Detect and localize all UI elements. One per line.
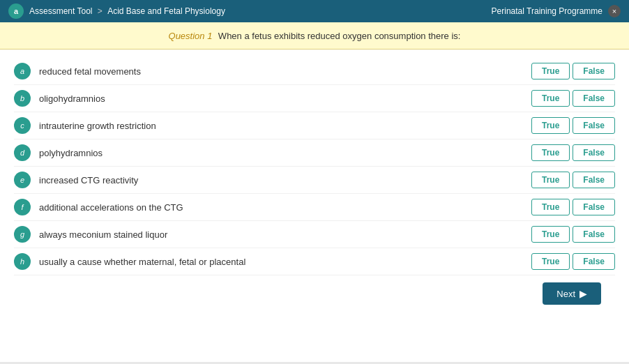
answer-left: h usually a cause whether maternal, feta… bbox=[14, 253, 245, 270]
true-button-0[interactable]: True bbox=[531, 63, 570, 79]
answer-btn-group-7: True False bbox=[531, 253, 615, 270]
answer-letter-c: c bbox=[14, 117, 31, 134]
false-button-5[interactable]: False bbox=[573, 199, 615, 215]
answer-letter-d: d bbox=[14, 144, 31, 161]
footer-row: Next ▶ bbox=[14, 275, 615, 305]
answer-left: g always meconium stained liquor bbox=[14, 226, 167, 243]
true-button-3[interactable]: True bbox=[531, 144, 570, 161]
answer-text-2: intrauterine growth restriction bbox=[39, 121, 156, 131]
question-label: Question 1 bbox=[169, 31, 213, 41]
app-title: Assessment Tool bbox=[29, 6, 93, 16]
breadcrumb-separator: > bbox=[98, 6, 105, 16]
section-title: Acid Base and Fetal Physiology bbox=[107, 6, 225, 16]
answer-row: h usually a cause whether maternal, feta… bbox=[14, 248, 615, 275]
answer-btn-group-2: True False bbox=[531, 117, 615, 134]
answer-btn-group-5: True False bbox=[531, 199, 615, 215]
question-text: When a fetus exhibits reduced oxygen con… bbox=[218, 31, 461, 41]
answer-text-1: oligohydramnios bbox=[39, 93, 105, 104]
answer-row: c intrauterine growth restriction True F… bbox=[14, 112, 615, 139]
answer-btn-group-6: True False bbox=[531, 226, 615, 243]
false-button-0[interactable]: False bbox=[573, 63, 615, 79]
answer-text-4: increased CTG reactivity bbox=[39, 175, 138, 185]
answer-row: g always meconium stained liquor True Fa… bbox=[14, 221, 615, 248]
answer-letter-f: f bbox=[14, 199, 31, 215]
answer-btn-group-0: True False bbox=[531, 63, 615, 79]
answer-left: c intrauterine growth restriction bbox=[14, 117, 156, 134]
answer-left: f additional accelerations on the CTG bbox=[14, 199, 183, 215]
false-button-7[interactable]: False bbox=[573, 253, 615, 270]
breadcrumb: Assessment Tool > Acid Base and Fetal Ph… bbox=[29, 6, 225, 16]
true-button-7[interactable]: True bbox=[531, 253, 570, 270]
answer-letter-e: e bbox=[14, 172, 31, 188]
answer-letter-a: a bbox=[14, 63, 31, 79]
app-header: a Assessment Tool > Acid Base and Fetal … bbox=[0, 0, 629, 22]
answer-letter-h: h bbox=[14, 253, 31, 270]
false-button-1[interactable]: False bbox=[573, 90, 615, 107]
false-button-4[interactable]: False bbox=[573, 172, 615, 188]
answer-text-7: usually a cause whether maternal, fetal … bbox=[39, 257, 245, 267]
answer-row: b oligohydramnios True False bbox=[14, 85, 615, 112]
answer-text-5: additional accelerations on the CTG bbox=[39, 202, 183, 213]
answer-row: a reduced fetal movements True False bbox=[14, 58, 615, 85]
close-button[interactable]: × bbox=[608, 5, 621, 17]
header-right: Perinatal Training Programme × bbox=[492, 5, 621, 17]
question-banner: Question 1 When a fetus exhibits reduced… bbox=[0, 22, 629, 50]
answer-letter-g: g bbox=[14, 226, 31, 243]
answer-btn-group-1: True False bbox=[531, 90, 615, 107]
next-button[interactable]: Next ▶ bbox=[543, 282, 601, 305]
false-button-6[interactable]: False bbox=[573, 226, 615, 243]
main-content: a reduced fetal movements True False b o… bbox=[0, 50, 629, 362]
answer-btn-group-4: True False bbox=[531, 172, 615, 188]
true-button-6[interactable]: True bbox=[531, 226, 570, 243]
answer-row: d polyhydramnios True False bbox=[14, 139, 615, 167]
answer-left: a reduced fetal movements bbox=[14, 63, 141, 79]
answer-row: f additional accelerations on the CTG Tr… bbox=[14, 194, 615, 221]
answer-left: b oligohydramnios bbox=[14, 90, 105, 107]
logo-icon: a bbox=[8, 3, 24, 19]
true-button-4[interactable]: True bbox=[531, 172, 570, 188]
answer-btn-group-3: True False bbox=[531, 144, 615, 161]
next-arrow-icon: ▶ bbox=[579, 288, 587, 299]
next-label: Next bbox=[556, 289, 575, 299]
answer-text-6: always meconium stained liquor bbox=[39, 229, 167, 240]
answer-letter-b: b bbox=[14, 90, 31, 107]
answer-text-3: polyhydramnios bbox=[39, 148, 103, 158]
answer-text-0: reduced fetal movements bbox=[39, 66, 141, 77]
false-button-2[interactable]: False bbox=[573, 117, 615, 134]
answer-row: e increased CTG reactivity True False bbox=[14, 167, 615, 194]
true-button-2[interactable]: True bbox=[531, 117, 570, 134]
true-button-5[interactable]: True bbox=[531, 199, 570, 215]
answer-left: e increased CTG reactivity bbox=[14, 172, 138, 188]
false-button-3[interactable]: False bbox=[573, 144, 615, 161]
program-title: Perinatal Training Programme bbox=[492, 6, 603, 16]
header-left: a Assessment Tool > Acid Base and Fetal … bbox=[8, 3, 225, 19]
answers-list: a reduced fetal movements True False b o… bbox=[14, 58, 615, 275]
answer-left: d polyhydramnios bbox=[14, 144, 103, 161]
true-button-1[interactable]: True bbox=[531, 90, 570, 107]
